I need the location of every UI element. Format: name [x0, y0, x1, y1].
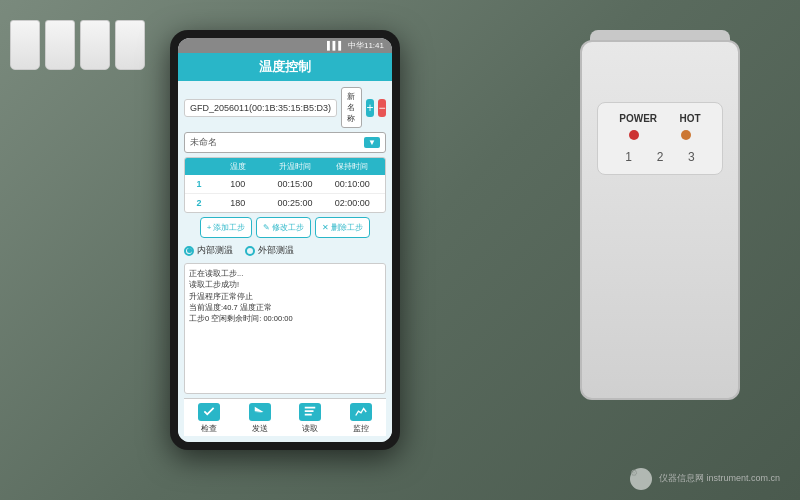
device-id-row: GFD_2056011(00:1B:35:15:B5:D3) 新名称 + − — [184, 87, 386, 128]
nav-check-label: 检查 — [201, 423, 217, 434]
log-line-3: 升温程序正常停止 — [189, 291, 381, 302]
bottom-nav: 检查 发送 读取 — [184, 398, 386, 436]
remove-button[interactable]: − — [378, 99, 386, 117]
watermark-text: 仪器信息网 instrument.com.cn — [659, 473, 780, 483]
watermark: ⚙ 仪器信息网 instrument.com.cn — [630, 468, 780, 490]
new-name-button[interactable]: 新名称 — [341, 87, 362, 128]
signal-icon: ▌▌▌ — [327, 41, 344, 50]
power-panel: POWER HOT 1 2 3 — [597, 102, 723, 175]
sensor-radio-row: 内部测温 外部测温 — [184, 242, 386, 259]
log-line-4: 当前温度:40.7 温度正常 — [189, 302, 381, 313]
col-hold: 保持时间 — [324, 161, 381, 172]
temperature-table: 温度 升温时间 保持时间 1 100 00:15:00 00:10:00 2 1… — [184, 157, 386, 213]
nav-item-send[interactable]: 发送 — [235, 403, 286, 434]
delete-step-button[interactable]: ✕ 删除工步 — [315, 217, 370, 238]
row2-temp: 180 — [209, 198, 266, 208]
read-icon — [299, 403, 321, 421]
power-dot-red — [629, 130, 639, 140]
phone-screen: ▌▌▌ 中华11:41 温度控制 GFD_2056011(00:1B:35:15… — [178, 38, 392, 442]
dropdown-arrow-icon: ▼ — [364, 137, 380, 148]
monitor-icon — [350, 403, 372, 421]
row1-num: 1 — [189, 179, 209, 189]
send-icon — [249, 403, 271, 421]
col-rise: 升温时间 — [266, 161, 323, 172]
action-buttons-row: + 添加工步 ✎ 修改工步 ✕ 删除工步 — [184, 217, 386, 238]
log-line-1: 正在读取工步... — [189, 268, 381, 279]
svg-rect-0 — [305, 407, 316, 409]
cup-2 — [45, 20, 75, 70]
power-labels: POWER HOT — [608, 113, 712, 124]
hot-dot-orange — [681, 130, 691, 140]
external-sensor-option[interactable]: 外部测温 — [245, 244, 294, 257]
app-content: GFD_2056011(00:1B:35:15:B5:D3) 新名称 + − 未… — [178, 81, 392, 442]
add-step-label: 添加工步 — [213, 222, 245, 233]
check-icon — [198, 403, 220, 421]
power-label: POWER — [619, 113, 657, 124]
table-row[interactable]: 2 180 00:25:00 02:00:00 — [185, 194, 385, 212]
add-step-button[interactable]: + 添加工步 — [200, 217, 253, 238]
num-1: 1 — [625, 150, 632, 164]
internal-radio-inner — [187, 248, 192, 253]
row2-num: 2 — [189, 198, 209, 208]
delete-step-icon: ✕ — [322, 223, 329, 232]
dropdown-selected: 未命名 — [190, 136, 217, 149]
external-radio-circle — [245, 246, 255, 256]
internal-sensor-label: 内部测温 — [197, 244, 233, 257]
name-dropdown[interactable]: 未命名 ▼ — [184, 132, 386, 153]
main-scene: POWER HOT 1 2 3 ▌▌▌ 中华11:41 温度控制 — [0, 0, 800, 500]
edit-step-button[interactable]: ✎ 修改工步 — [256, 217, 311, 238]
edit-step-label: 修改工步 — [272, 222, 304, 233]
equipment-body: POWER HOT 1 2 3 — [580, 40, 740, 400]
app-title: 温度控制 — [259, 59, 311, 74]
row1-temp: 100 — [209, 179, 266, 189]
svg-rect-1 — [305, 410, 314, 412]
nav-item-monitor[interactable]: 监控 — [336, 403, 387, 434]
nav-read-label: 读取 — [302, 423, 318, 434]
external-sensor-label: 外部测温 — [258, 244, 294, 257]
log-line-2: 读取工步成功! — [189, 279, 381, 290]
log-area: 正在读取工步... 读取工步成功! 升温程序正常停止 当前温度:40.7 温度正… — [184, 263, 386, 394]
table-header: 温度 升温时间 保持时间 — [185, 158, 385, 175]
col-temp: 温度 — [209, 161, 266, 172]
app-header: 温度控制 — [178, 53, 392, 81]
num-3: 3 — [688, 150, 695, 164]
cup-4 — [115, 20, 145, 70]
edit-step-icon: ✎ — [263, 223, 270, 232]
row1-rise: 00:15:00 — [266, 179, 323, 189]
hot-label: HOT — [680, 113, 701, 124]
add-button[interactable]: + — [366, 99, 374, 117]
cup-1 — [10, 20, 40, 70]
row2-rise: 00:25:00 — [266, 198, 323, 208]
time-display: 中华11:41 — [348, 40, 384, 51]
number-row: 1 2 3 — [608, 150, 712, 164]
nav-item-check[interactable]: 检查 — [184, 403, 235, 434]
cup-3 — [80, 20, 110, 70]
device-id-display: GFD_2056011(00:1B:35:15:B5:D3) — [184, 99, 337, 117]
log-line-5: 工步0 空闲剩余时间: 00:00:00 — [189, 313, 381, 324]
add-step-icon: + — [207, 223, 212, 232]
nav-item-read[interactable]: 读取 — [285, 403, 336, 434]
internal-radio-circle — [184, 246, 194, 256]
cups-area — [10, 20, 145, 70]
table-row[interactable]: 1 100 00:15:00 00:10:00 — [185, 175, 385, 194]
svg-rect-2 — [305, 414, 312, 416]
logo-icon: ⚙ — [630, 468, 652, 490]
power-dots — [608, 130, 712, 140]
status-bar: ▌▌▌ 中华11:41 — [178, 38, 392, 53]
phone: ▌▌▌ 中华11:41 温度控制 GFD_2056011(00:1B:35:15… — [170, 30, 400, 450]
row1-hold: 00:10:00 — [324, 179, 381, 189]
nav-send-label: 发送 — [252, 423, 268, 434]
row2-hold: 02:00:00 — [324, 198, 381, 208]
num-2: 2 — [657, 150, 664, 164]
col-num — [189, 161, 209, 172]
nav-monitor-label: 监控 — [353, 423, 369, 434]
delete-step-label: 删除工步 — [331, 222, 363, 233]
internal-sensor-option[interactable]: 内部测温 — [184, 244, 233, 257]
